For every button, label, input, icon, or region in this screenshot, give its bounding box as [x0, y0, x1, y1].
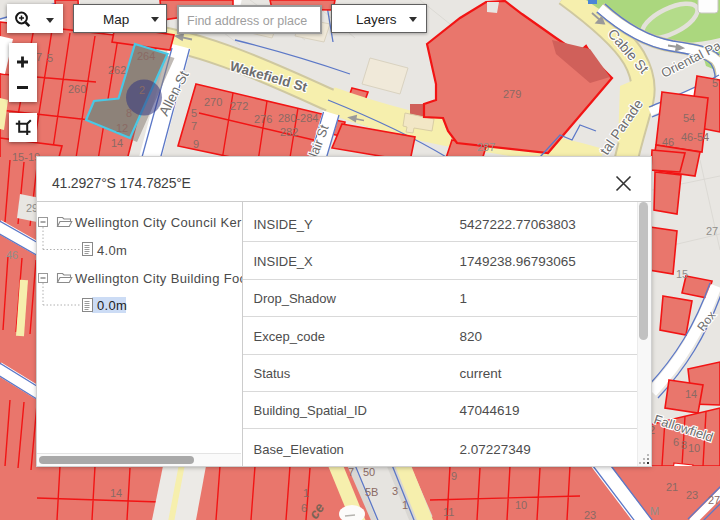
svg-text:M: M — [650, 505, 659, 517]
svg-text:50: 50 — [363, 466, 375, 478]
svg-text:23: 23 — [584, 509, 596, 520]
svg-text:1: 1 — [303, 487, 309, 499]
svg-text:11: 11 — [443, 506, 454, 518]
svg-text:14: 14 — [111, 137, 123, 149]
svg-text:14: 14 — [685, 388, 697, 400]
svg-text:46-54: 46-54 — [681, 131, 709, 143]
svg-text:5: 5 — [712, 77, 718, 89]
svg-text:6: 6 — [673, 436, 679, 448]
svg-text:5: 5 — [191, 107, 197, 119]
svg-text:27: 27 — [706, 225, 718, 237]
svg-text:21: 21 — [666, 481, 678, 493]
svg-text:23: 23 — [686, 489, 698, 501]
svg-text:1: 1 — [402, 499, 408, 511]
svg-text:9: 9 — [451, 470, 457, 482]
svg-text:2: 2 — [139, 84, 145, 96]
svg-text:276: 276 — [254, 113, 272, 125]
svg-text:15: 15 — [676, 268, 688, 280]
svg-text:279: 279 — [503, 88, 521, 100]
svg-text:282: 282 — [280, 126, 298, 138]
svg-text:15-19: 15-19 — [12, 151, 40, 163]
svg-text:12: 12 — [116, 122, 128, 134]
svg-text:280-284: 280-284 — [278, 112, 318, 124]
svg-text:46: 46 — [6, 249, 18, 261]
svg-text:272: 272 — [230, 100, 248, 112]
svg-text:3: 3 — [392, 485, 398, 497]
svg-text:5B: 5B — [365, 486, 378, 498]
svg-text:6: 6 — [301, 502, 307, 514]
svg-text:10: 10 — [515, 499, 527, 511]
svg-text:14: 14 — [110, 487, 122, 499]
svg-text:27: 27 — [708, 494, 720, 506]
svg-text:5: 5 — [47, 52, 53, 64]
svg-text:264: 264 — [137, 50, 155, 62]
svg-text:7: 7 — [191, 120, 197, 132]
svg-text:8: 8 — [681, 439, 687, 451]
svg-text:270: 270 — [204, 96, 222, 108]
svg-text:10: 10 — [688, 442, 700, 454]
svg-text:287: 287 — [477, 141, 495, 153]
svg-text:260: 260 — [68, 83, 86, 95]
svg-text:9: 9 — [193, 138, 199, 150]
svg-text:7: 7 — [348, 466, 354, 478]
svg-text:46: 46 — [662, 136, 674, 148]
svg-text:262: 262 — [108, 64, 126, 76]
svg-text:8: 8 — [126, 107, 132, 119]
svg-text:54: 54 — [683, 112, 695, 124]
